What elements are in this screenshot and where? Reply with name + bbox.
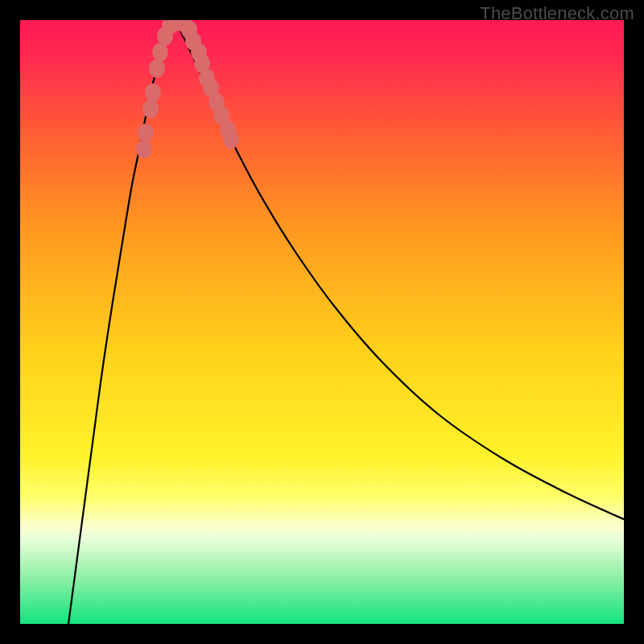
data-marker	[223, 130, 239, 149]
watermark-text: TheBottleneck.com	[480, 3, 634, 24]
curve-right-branch	[173, 20, 624, 519]
data-marker	[145, 84, 161, 102]
data-marker	[138, 124, 154, 142]
data-marker	[136, 140, 152, 159]
data-marker	[149, 60, 165, 78]
outer-frame: TheBottleneck.com	[0, 0, 644, 644]
data-markers	[136, 20, 239, 159]
chart-svg	[20, 20, 624, 624]
data-marker	[152, 43, 168, 62]
data-marker	[142, 100, 159, 118]
plot-area	[20, 20, 624, 624]
